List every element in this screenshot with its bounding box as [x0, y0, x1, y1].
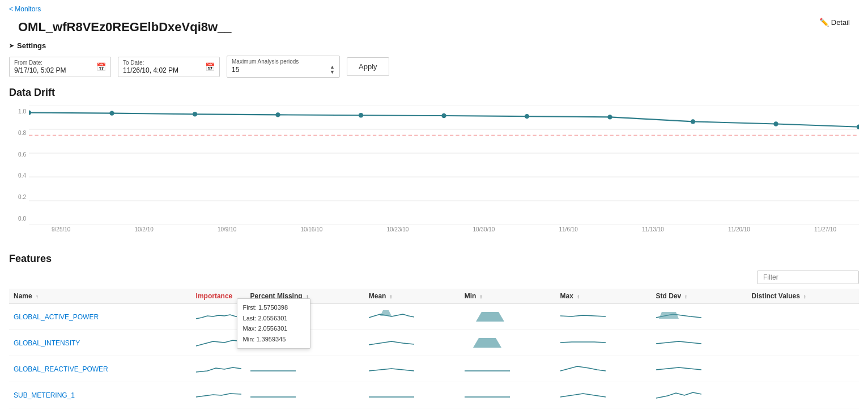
max-cell [556, 356, 652, 382]
percent-missing-sparkline [250, 333, 296, 350]
std-dev-cell [652, 356, 747, 382]
to-date-value: 11/26/10, 4:02 PM [123, 66, 178, 74]
std-dev-cell [652, 304, 747, 330]
mean-cell [364, 304, 460, 330]
col-header-distinct-values[interactable]: Distinct Values ↕ [747, 289, 859, 304]
max-analysis-value: 15 [232, 66, 239, 74]
max-sparkline [560, 386, 606, 403]
max-analysis-label: Maximum Analysis periods [232, 58, 335, 65]
col-header-importance: Importance [192, 289, 246, 304]
detail-link[interactable]: ✏️ Detail [819, 18, 859, 27]
mean-sparkline [369, 333, 414, 350]
max-analysis-input[interactable]: Maximum Analysis periods 15 ▲ ▼ [227, 56, 340, 78]
chart-x-axis: 9/25/10 10/2/10 10/9/10 10/16/10 10/23/1… [29, 226, 859, 233]
importance-sparkline-cell [192, 356, 246, 382]
svg-point-15 [691, 119, 695, 124]
svg-marker-19 [380, 310, 392, 316]
from-date-input[interactable]: From Date: 9/17/10, 5:02 PM 📅 [9, 57, 111, 77]
settings-label: Settings [17, 41, 46, 50]
svg-point-7 [29, 110, 31, 115]
min-sparkline [465, 307, 510, 324]
max-sparkline [560, 307, 606, 324]
max-sparkline [560, 360, 606, 377]
svg-point-8 [109, 111, 114, 115]
percent-missing-sparkline [250, 360, 296, 377]
max-analysis-down-button[interactable]: ▼ [330, 70, 335, 75]
col-header-name[interactable]: Name ↑ [9, 289, 192, 304]
importance-sparkline [196, 307, 241, 324]
to-date-input[interactable]: To Date: 11/26/10, 4:02 PM 📅 [118, 57, 220, 77]
svg-point-11 [359, 113, 363, 117]
max-sort-icon: ↕ [577, 294, 580, 299]
min-cell [460, 356, 556, 382]
col-header-percent-missing[interactable]: Percent Missing ↕ [246, 289, 364, 304]
features-table: Name ↑ Importance Percent Missing ↕ Mean… [9, 289, 859, 408]
filter-input[interactable] [757, 271, 859, 284]
table-row: SUB_METERING_1 [9, 382, 859, 408]
col-header-min[interactable]: Min ↕ [460, 289, 556, 304]
std-dev-cell [652, 382, 747, 408]
percent-missing-sparkline [250, 386, 296, 403]
svg-point-12 [441, 113, 446, 118]
mean-cell [364, 356, 460, 382]
importance-sparkline [196, 360, 241, 377]
percent-missing-cell [246, 304, 364, 330]
max-cell [556, 304, 652, 330]
table-row: GLOBAL_REACTIVE_POWER [9, 356, 859, 382]
mean-cell [364, 382, 460, 408]
percent-missing-sort-icon: ↕ [306, 294, 309, 299]
std-dev-sparkline [656, 333, 701, 350]
from-date-value: 9/17/10, 5:02 PM [14, 66, 66, 74]
min-sparkline [465, 333, 510, 350]
mean-sparkline [369, 307, 414, 324]
min-cell [460, 304, 556, 330]
feature-name-link[interactable]: GLOBAL_REACTIVE_POWER [14, 365, 108, 373]
importance-sparkline [196, 333, 241, 350]
distinct-values-cell [747, 304, 859, 330]
col-header-std-dev[interactable]: Std Dev ↕ [652, 289, 747, 304]
min-cell [460, 330, 556, 356]
mean-cell [364, 330, 460, 356]
to-date-calendar-icon[interactable]: 📅 [205, 62, 215, 71]
min-sparkline [465, 386, 510, 403]
back-to-monitors-link[interactable]: < Monitors [9, 5, 41, 13]
max-cell [556, 382, 652, 408]
distinct-values-cell [747, 330, 859, 356]
percent-missing-cell [246, 382, 364, 408]
svg-point-16 [773, 121, 778, 126]
svg-marker-23 [465, 338, 510, 348]
min-sort-icon: ↕ [480, 294, 483, 299]
apply-button[interactable]: Apply [347, 57, 389, 76]
importance-sparkline [196, 386, 241, 403]
from-date-calendar-icon[interactable]: 📅 [96, 62, 106, 71]
settings-header[interactable]: ➤ Settings [9, 41, 859, 50]
svg-point-9 [193, 112, 197, 116]
mean-sparkline [369, 360, 414, 377]
importance-sparkline-cell [192, 330, 246, 356]
std-dev-sort-icon: ↕ [685, 294, 688, 299]
table-row: GLOBAL_INTENSITY [9, 330, 859, 356]
feature-name-link[interactable]: GLOBAL_ACTIVE_POWER [14, 313, 99, 321]
table-row: GLOBAL_ACTIVE_POWER First: 1.5750398 Las… [9, 304, 859, 330]
svg-marker-21 [659, 312, 679, 319]
percent-missing-cell [246, 330, 364, 356]
feature-name-link[interactable]: SUB_METERING_1 [14, 391, 75, 399]
percent-missing-sparkline [250, 307, 296, 324]
data-drift-title: Data Drift [0, 82, 868, 101]
features-section: Features Name ↑ Importance Percent Missi… [0, 248, 868, 413]
data-drift-svg [29, 105, 859, 225]
distinct-values-sort-icon: ↕ [803, 294, 806, 299]
settings-chevron-icon: ➤ [9, 43, 14, 49]
importance-sparkline-cell [192, 382, 246, 408]
name-sort-icon: ↑ [36, 294, 39, 299]
feature-name-link[interactable]: GLOBAL_INTENSITY [14, 339, 80, 347]
std-dev-sparkline [656, 307, 701, 324]
edit-icon: ✏️ [819, 18, 829, 27]
data-drift-chart: 1.0 0.8 0.6 0.4 0.2 0.0 [0, 101, 868, 248]
chart-y-axis: 1.0 0.8 0.6 0.4 0.2 0.0 [9, 105, 26, 225]
mean-sparkline [369, 386, 414, 403]
to-date-label: To Date: [123, 60, 215, 66]
col-header-mean[interactable]: Mean ↕ [364, 289, 460, 304]
max-sparkline [560, 333, 606, 350]
col-header-max[interactable]: Max ↕ [556, 289, 652, 304]
